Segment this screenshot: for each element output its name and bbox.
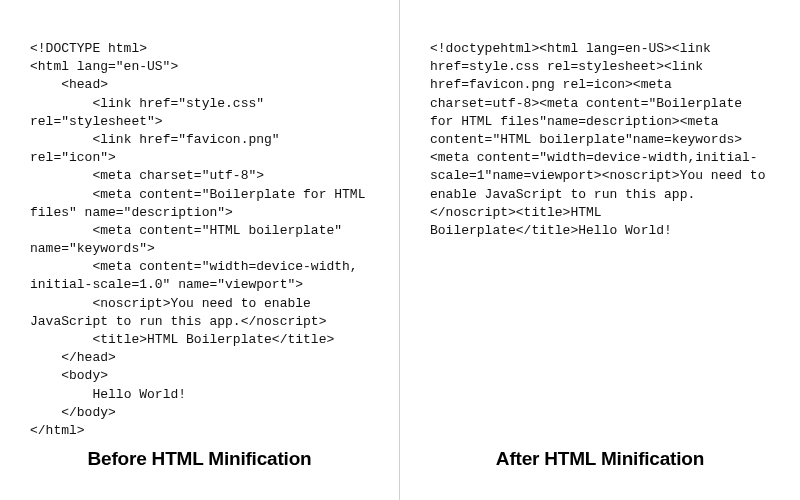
after-caption-bar: After HTML Minification bbox=[400, 448, 800, 470]
before-code: <!DOCTYPE html> <html lang="en-US"> <hea… bbox=[30, 40, 369, 500]
before-caption: Before HTML Minification bbox=[88, 448, 312, 469]
after-code: <!doctypehtml><html lang=en-US><link hre… bbox=[430, 40, 770, 500]
before-caption-bar: Before HTML Minification bbox=[0, 448, 399, 470]
after-panel: <!doctypehtml><html lang=en-US><link hre… bbox=[400, 0, 800, 500]
before-panel: <!DOCTYPE html> <html lang="en-US"> <hea… bbox=[0, 0, 400, 500]
after-caption: After HTML Minification bbox=[496, 448, 704, 469]
